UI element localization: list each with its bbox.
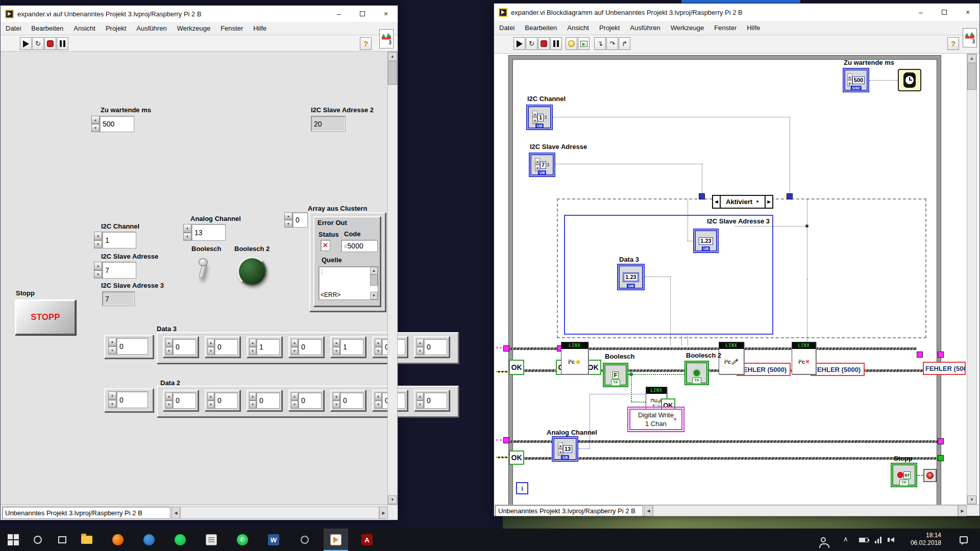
notepad-icon[interactable] — [205, 534, 217, 546]
data-3-value-4[interactable]: 1 — [340, 339, 363, 355]
scroll-right-icon[interactable]: ▶ — [958, 505, 967, 516]
scroll-up-icon[interactable]: ▲ — [370, 267, 378, 274]
retain-wire-values-button[interactable] — [578, 37, 590, 50]
data-3-value-2[interactable]: 1 — [256, 339, 280, 355]
battery-icon[interactable] — [857, 534, 870, 546]
left-titlebar[interactable]: expander.vi auf Unbenanntes Projekt 3.lv… — [1, 6, 398, 22]
data-3-value-6[interactable]: 0 — [424, 339, 447, 355]
spinner[interactable] — [284, 212, 292, 228]
step-into-button[interactable]: ↴ — [594, 37, 606, 50]
abort-button[interactable] — [538, 37, 550, 50]
wait-ms-node[interactable] — [898, 69, 921, 91]
bd-i2c-slave-adresse-3-terminal[interactable]: 1.23 U8 — [693, 229, 719, 253]
spinner[interactable] — [375, 392, 382, 409]
spinner[interactable] — [207, 392, 214, 409]
menu-hilfe[interactable]: Hilfe — [248, 22, 272, 34]
spinner[interactable] — [165, 392, 173, 409]
right-titlebar[interactable]: expander.vi Blockdiagramm auf Unbenannte… — [494, 4, 979, 21]
spinner[interactable] — [94, 232, 102, 248]
spinner[interactable] — [333, 339, 340, 355]
data-2-value-6[interactable]: 0 — [424, 392, 447, 409]
analog-channel-control[interactable]: 13 — [183, 224, 226, 241]
scroll-thumb[interactable] — [370, 274, 378, 286]
i2c-channel-control[interactable]: 1 — [94, 232, 136, 248]
right-vertical-scrollbar[interactable]: ▲ ▼ — [967, 54, 977, 505]
pause-button[interactable] — [550, 37, 562, 50]
whatsapp-icon[interactable]: ✆ — [236, 534, 249, 546]
spinner[interactable] — [183, 224, 191, 241]
maximize-icon[interactable] — [933, 4, 956, 21]
scroll-right-icon[interactable]: ▶ — [379, 507, 388, 519]
linx-i2c-close-node[interactable]: LINX i²c× — [792, 342, 816, 374]
spinner[interactable] — [108, 338, 116, 355]
stopp-button[interactable]: STOPP — [15, 299, 76, 335]
scroll-left-icon[interactable]: ◀ — [644, 505, 653, 516]
spinner[interactable] — [291, 392, 298, 409]
bd-i2c-slave-adresse-terminal[interactable]: 73 U8 — [529, 153, 555, 177]
clock[interactable]: 18:14 06.02.2018 — [894, 532, 941, 547]
block-diagram-canvas[interactable]: ◀ Aktiviert▼ ▶ Zu wartende ms 500 U32 I2… — [495, 54, 967, 505]
scroll-left-icon[interactable]: ◀ — [172, 507, 180, 519]
spinner[interactable] — [375, 339, 382, 355]
run-continuous-button[interactable]: ↻ — [32, 37, 44, 50]
left-vertical-scrollbar[interactable]: ▲ ▼ — [387, 52, 398, 505]
spinner[interactable] — [416, 339, 424, 355]
menu-bearbeiten[interactable]: Bearbeiten — [520, 22, 562, 34]
menu-projekt[interactable]: Projekt — [101, 22, 131, 34]
help-button[interactable]: ? — [947, 37, 959, 50]
chevron-down-icon[interactable]: ▼ — [755, 199, 760, 204]
pause-button[interactable] — [57, 37, 68, 50]
menu-ausfuehren[interactable]: Ausführen — [131, 22, 172, 34]
code-value[interactable]: 5000 — [348, 242, 363, 250]
bd-analog-channel-terminal[interactable]: 13 U8 — [552, 436, 578, 462]
bd-i2c-channel-terminal[interactable]: 13 U8 — [526, 105, 553, 130]
data-3-value-0[interactable]: 0 — [173, 339, 196, 355]
spinner[interactable] — [108, 391, 116, 408]
linx-i2c-write-node[interactable]: LINX i²c — [719, 342, 744, 374]
tunnel-magenta[interactable] — [503, 437, 509, 443]
spinner[interactable] — [91, 116, 100, 132]
mail-icon[interactable] — [143, 534, 155, 546]
data-3-value-3[interactable]: 0 — [298, 339, 322, 355]
tunnel-blue[interactable] — [699, 193, 705, 199]
tunnel-green[interactable] — [938, 455, 944, 461]
spinner[interactable] — [416, 392, 424, 409]
spinner[interactable] — [94, 262, 102, 279]
i2c-slave-adresse-control[interactable]: 7 — [94, 262, 136, 279]
left-project-target[interactable]: Unbenanntes Projekt 3.lvproj/Raspberry P… — [2, 507, 170, 519]
word-icon[interactable]: W — [267, 534, 280, 546]
spinner[interactable] — [333, 392, 340, 409]
hidden-icons-chevron[interactable]: ∧ — [843, 535, 848, 543]
start-button[interactable] — [7, 534, 19, 546]
zu-wartende-ms-value[interactable]: 500 — [100, 116, 134, 132]
scroll-thumb[interactable] — [388, 61, 397, 85]
bd-stopp-terminal[interactable]: ST TF — [891, 463, 917, 487]
tunnel-magenta[interactable] — [917, 352, 923, 358]
radix-glyph[interactable]: d — [344, 243, 347, 249]
search-icon[interactable] — [32, 534, 44, 546]
bd-boolesch-2-terminal[interactable]: TF — [684, 361, 709, 385]
menu-projekt[interactable]: Projekt — [594, 22, 625, 34]
file-explorer-icon[interactable] — [81, 534, 93, 546]
bd-boolesch-terminal[interactable]: F TF — [603, 363, 628, 387]
highlight-execution-button[interactable] — [566, 37, 577, 50]
abort-button[interactable] — [44, 37, 56, 50]
spinner[interactable] — [249, 339, 256, 355]
status-checkbox[interactable]: × — [321, 240, 330, 251]
quelle-textarea[interactable]: : <ERR> ▲ ▼ — [318, 266, 378, 300]
scroll-down-icon[interactable]: ▼ — [967, 495, 976, 504]
next-case-icon[interactable]: ▶ — [765, 196, 772, 208]
menu-datei[interactable]: Datei — [494, 22, 520, 34]
tunnel-magenta[interactable] — [938, 438, 944, 444]
close-icon[interactable]: × — [956, 4, 979, 21]
scroll-down-icon[interactable]: ▼ — [388, 495, 397, 504]
step-over-button[interactable]: ↷ — [606, 37, 618, 50]
step-out-button[interactable]: ↱ — [619, 37, 630, 50]
firefox-icon[interactable] — [112, 534, 124, 546]
right-project-target[interactable]: Unbenanntes Projekt 3.lvproj/Raspberry P… — [495, 505, 643, 516]
data-2-value-1[interactable]: 0 — [214, 392, 238, 409]
acrobat-icon[interactable]: A — [361, 534, 373, 546]
network-icon[interactable] — [872, 534, 884, 546]
maximize-icon[interactable] — [351, 6, 374, 22]
previous-case-icon[interactable]: ◀ — [713, 196, 721, 208]
